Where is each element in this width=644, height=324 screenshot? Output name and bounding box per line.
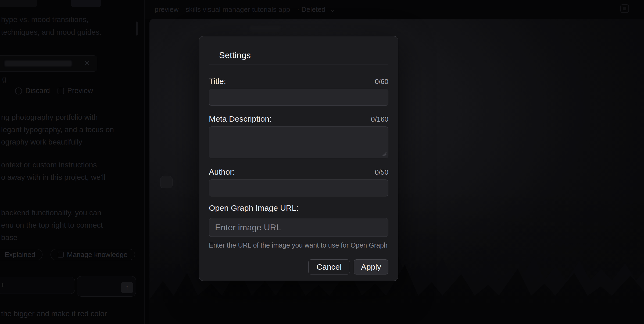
author-label: Author:	[209, 167, 235, 177]
og-image-url-helper: Enter the URL of the image you want to u…	[209, 241, 388, 249]
dialog-title: Settings	[219, 50, 388, 60]
title-label: Title:	[209, 77, 226, 86]
settings-dialog: Settings Title: 0/60 Meta Description: 0…	[199, 36, 398, 281]
dialog-divider	[209, 65, 388, 65]
title-input[interactable]	[209, 89, 388, 106]
meta-description-textarea[interactable]	[209, 126, 388, 158]
og-image-url-label: Open Graph Image URL:	[209, 203, 299, 213]
og-image-url-input[interactable]	[209, 218, 388, 237]
meta-description-label: Meta Description:	[209, 114, 271, 124]
meta-description-counter: 0/160	[371, 115, 388, 124]
resize-handle-icon[interactable]	[381, 151, 387, 157]
cancel-button[interactable]: Cancel	[308, 259, 350, 274]
author-input[interactable]	[209, 179, 388, 196]
apply-button[interactable]: Apply	[354, 259, 388, 274]
title-counter: 0/60	[375, 78, 388, 86]
author-counter: 0/50	[375, 168, 388, 177]
